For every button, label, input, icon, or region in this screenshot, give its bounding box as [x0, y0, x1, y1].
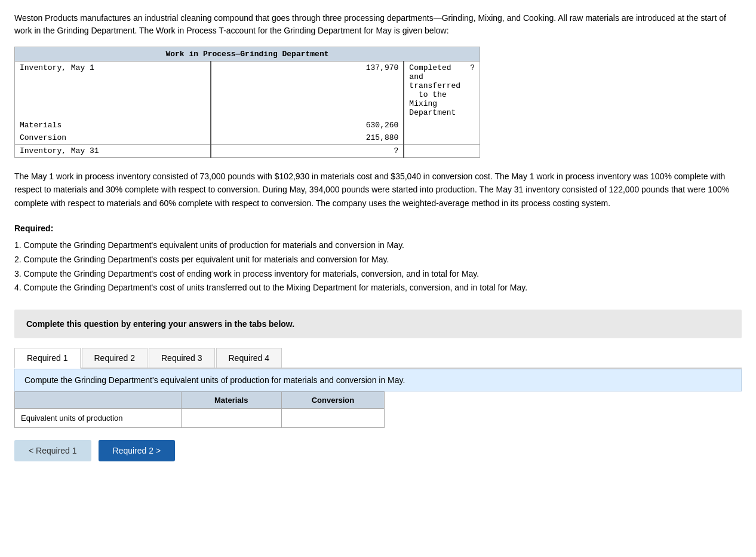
right-empty-5	[404, 145, 465, 158]
col-header-label	[15, 392, 182, 409]
instruction-box: Complete this question by entering your …	[14, 310, 742, 338]
prev-button[interactable]: < Required 1	[14, 440, 91, 461]
table-row: Inventory, May 1 137,970 Completed and t…	[15, 62, 480, 120]
row-label-equiv: Equivalent units of production	[15, 409, 182, 428]
left-label-3: Conversion	[15, 131, 211, 145]
answer-table-wrapper: Materials Conversion Equivalent units of…	[14, 391, 385, 428]
conversion-input[interactable]	[288, 412, 378, 424]
table-row: Materials 630,260	[15, 119, 480, 131]
required-item-2: 2. Compute the Grinding Department's cos…	[14, 253, 742, 267]
col-header-materials: Materials	[181, 392, 281, 409]
intro-paragraph: Weston Products manufactures an industri…	[14, 12, 742, 37]
cell-conversion-value[interactable]	[281, 409, 384, 428]
col-header-conversion: Conversion	[281, 392, 384, 409]
t-account-wrapper: Work in Process—Grinding Department Inve…	[14, 47, 480, 158]
prev-button-label: < Required 1	[29, 446, 77, 455]
left-label-1: Inventory, May 1	[15, 62, 211, 120]
table-row: Inventory, May 31 ?	[15, 145, 480, 158]
instruction-text: Complete this question by entering your …	[26, 319, 730, 329]
required-item-4: 4. Compute the Grinding Department's cos…	[14, 281, 742, 295]
right-empty-6	[465, 145, 480, 158]
right-empty-3	[404, 131, 465, 145]
right-empty-2	[465, 119, 480, 131]
tab-required-3[interactable]: Required 3	[149, 348, 215, 368]
t-account-title: Work in Process—Grinding Department	[15, 47, 480, 62]
left-value-2: 630,260	[211, 119, 404, 131]
body-paragraph: The May 1 work in process inventory cons…	[14, 170, 742, 210]
nav-buttons: < Required 1 Required 2 >	[14, 440, 742, 461]
next-button[interactable]: Required 2 >	[99, 440, 176, 461]
t-account-table: Work in Process—Grinding Department Inve…	[14, 47, 480, 158]
blue-instruction-bar: Compute the Grinding Department's equiva…	[14, 369, 742, 391]
answer-table: Materials Conversion Equivalent units of…	[14, 391, 385, 428]
materials-input[interactable]	[188, 412, 275, 424]
table-row: Equivalent units of production	[15, 409, 385, 428]
tab-required-1[interactable]: Required 1	[14, 348, 81, 369]
left-label-2: Materials	[15, 119, 211, 131]
tabs-container: Required 1 Required 2 Required 3 Require…	[14, 348, 742, 369]
right-empty-1	[404, 119, 465, 131]
tab-required-2[interactable]: Required 2	[82, 348, 148, 368]
right-label-1: Completed and transferred to the Mixing …	[404, 62, 465, 120]
required-item-3: 3. Compute the Grinding Department's cos…	[14, 267, 742, 281]
required-section: Required: 1. Compute the Grinding Depart…	[14, 222, 742, 295]
cell-materials-value[interactable]	[181, 409, 281, 428]
right-value-1: ?	[465, 62, 480, 120]
blue-bar-text: Compute the Grinding Department's equiva…	[24, 375, 405, 385]
tab-required-4[interactable]: Required 4	[216, 348, 282, 368]
left-value-1: 137,970	[211, 62, 404, 120]
left-value-3: 215,880	[211, 131, 404, 145]
required-item-1: 1. Compute the Grinding Department's equ…	[14, 238, 742, 253]
left-value-4: ?	[211, 145, 404, 158]
table-row: Conversion 215,880	[15, 131, 480, 145]
right-empty-4	[465, 131, 480, 145]
next-button-label: Required 2 >	[113, 446, 161, 455]
required-heading: Required:	[14, 222, 742, 236]
left-label-4: Inventory, May 31	[15, 145, 211, 158]
